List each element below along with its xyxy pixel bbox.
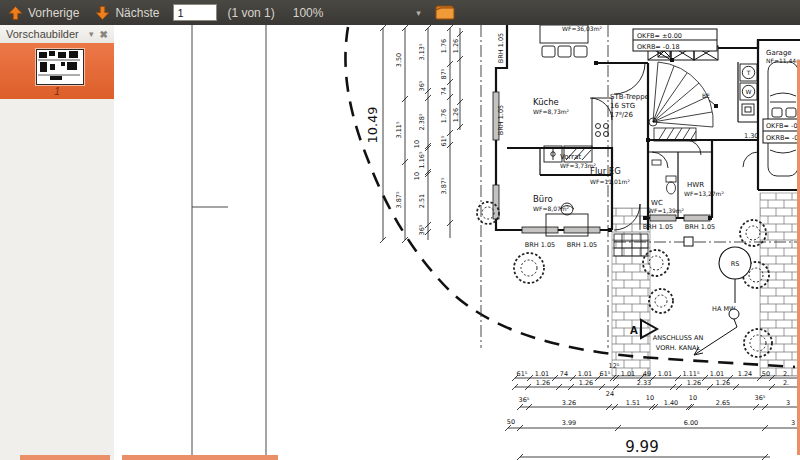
dim-label: 1.01 bbox=[658, 370, 672, 378]
zoom-level-value: 100% bbox=[293, 6, 324, 20]
thumbnails-panel: Vorschaubilder ▾ ✖ 1 bbox=[0, 25, 115, 460]
horizontal-scrollbar-canvas[interactable] bbox=[122, 455, 278, 460]
dim-label: 24 bbox=[606, 390, 614, 398]
room-label-buero: Büro bbox=[533, 194, 553, 204]
dim-label: 61⁵ bbox=[517, 370, 528, 378]
dim-label: 36⁵ bbox=[755, 394, 766, 402]
zoom-level-combobox[interactable]: 100% ▾ bbox=[293, 6, 421, 20]
room-label-flur: Flur EG bbox=[590, 166, 621, 176]
dim-label: 1.01 bbox=[621, 370, 635, 378]
dim-label: 1.01 bbox=[710, 370, 724, 378]
dim-label: 3.87⁵ bbox=[440, 177, 448, 194]
dim-label: 12⁵ bbox=[609, 362, 620, 370]
dim-label: 36⁵ bbox=[418, 80, 426, 91]
next-page-button[interactable]: Nächste bbox=[87, 0, 167, 25]
dim-label: 3.13⁵ bbox=[418, 43, 426, 60]
arrow-up-icon bbox=[8, 5, 23, 21]
anschluss-note-line2: VORH. KANAL bbox=[656, 344, 701, 352]
open-file-button[interactable] bbox=[435, 4, 455, 21]
page-count-label: (1 von 1) bbox=[227, 6, 274, 20]
paving-left bbox=[612, 208, 650, 376]
dim-label: 6.00 bbox=[684, 419, 698, 427]
dim-label: 3.26 bbox=[562, 399, 576, 407]
floor-plan-drawing: T W RS HA MW ANSCHLUSS AN VORH. KANAL A … bbox=[114, 25, 800, 460]
chevron-down-icon: ▾ bbox=[416, 8, 421, 18]
stair-label-line1: STB-Treppe bbox=[610, 93, 649, 101]
brh-label-4: BRH 1.05 bbox=[685, 223, 715, 231]
dim-label: 2. bbox=[783, 370, 789, 378]
dim-label: 1.01 bbox=[578, 370, 592, 378]
brh-label-3: BRH 1.05 bbox=[643, 223, 673, 231]
spiral-stair bbox=[649, 62, 713, 141]
be-label: BE bbox=[702, 92, 710, 99]
arrow-down-icon bbox=[95, 5, 110, 21]
next-page-label: Nächste bbox=[115, 6, 159, 20]
okfb-garage-label: OKFB= -0. bbox=[766, 122, 800, 130]
document-canvas: T W RS HA MW ANSCHLUSS AN VORH. KANAL A … bbox=[114, 25, 800, 460]
dim-label: 3 bbox=[791, 419, 795, 427]
dim-label: 1.40 bbox=[664, 399, 678, 407]
folder-icon bbox=[435, 4, 455, 21]
dim-label: 10 bbox=[689, 394, 697, 402]
dim-label: 10 bbox=[413, 140, 421, 148]
dim-label: 10 bbox=[413, 172, 421, 180]
dim-label: 61⁵ bbox=[600, 370, 611, 378]
anschluss-note-line1: ANSCHLUSS AN bbox=[653, 334, 704, 342]
dim-label: 1.51 bbox=[626, 399, 640, 407]
panel-close-icon[interactable]: ✖ bbox=[100, 29, 108, 40]
thumbnails-panel-header: Vorschaubilder ▾ ✖ bbox=[0, 25, 114, 44]
previous-page-label: Vorherige bbox=[28, 6, 79, 20]
dim-label: 2. bbox=[783, 379, 789, 387]
thumbnails-panel-title: Vorschaubilder bbox=[4, 28, 89, 40]
dim-label: 1.26 bbox=[687, 379, 701, 387]
dim-label: 49 bbox=[643, 370, 651, 378]
app-window: { "toolbar": { "prev": "Vorherige", "nex… bbox=[0, 0, 800, 460]
dim-label: 1.01 bbox=[535, 370, 549, 378]
room-area-garage: NF=11,44m² bbox=[766, 57, 800, 64]
page-thumbnail-item-selected[interactable]: 1 bbox=[0, 43, 114, 99]
panel-dropdown-icon[interactable]: ▾ bbox=[89, 29, 94, 39]
dim-label: 36⁵ bbox=[519, 396, 530, 404]
rs-label: RS bbox=[731, 260, 740, 268]
dim-label: 3 bbox=[786, 399, 790, 407]
dim-label: 1.26 bbox=[579, 379, 593, 387]
dim-label: 2.51 bbox=[418, 194, 426, 208]
dim-total-bottom: 9.99 bbox=[625, 438, 658, 456]
room-area-flur: WF=11,01m² bbox=[590, 178, 630, 185]
dim-label: 3.11⁵ bbox=[395, 121, 403, 138]
dim-label: 2.65 bbox=[716, 399, 730, 407]
dim-label: 74 bbox=[560, 370, 568, 378]
dim-label: 2.33 bbox=[637, 379, 651, 387]
room-area-hwr: WF=13,27m² bbox=[684, 190, 724, 197]
brh-label-2: BRH 1.05 bbox=[567, 241, 597, 249]
room-area-kueche: WF=8,73m² bbox=[533, 108, 570, 115]
okrb-eg-label: OKRB= -0.18 bbox=[637, 43, 680, 51]
room-label-hwr: HWR bbox=[687, 181, 704, 189]
brh-label-6: BRH 1.05 bbox=[497, 33, 505, 63]
dryer-symbol-label: T bbox=[746, 69, 751, 76]
room-label-wc: WC bbox=[651, 199, 663, 207]
stair-label-line3: 17⁸/26 bbox=[610, 111, 634, 119]
page-thumbnail-number: 1 bbox=[0, 85, 114, 97]
dim-label: 1.76 bbox=[440, 109, 448, 123]
page-thumbnail-image bbox=[36, 49, 84, 85]
page-number-input[interactable] bbox=[173, 4, 217, 21]
room-area-wohnen: WF=36,03m² bbox=[562, 25, 602, 32]
dim-label: 50 bbox=[507, 418, 515, 426]
okrb-garage-label: OKRB= -0. bbox=[766, 134, 800, 142]
okfb-eg-label: OKFB= ±0.00 bbox=[637, 32, 682, 40]
dim-label: 3.87⁵ bbox=[395, 191, 403, 208]
dim-total-left: 10.49 bbox=[365, 106, 380, 143]
dim-label: 1.26 bbox=[536, 379, 550, 387]
dim-label: 61⁵ bbox=[440, 135, 448, 146]
dim-label: 74 bbox=[440, 87, 448, 95]
dim-label: 50 bbox=[762, 370, 770, 378]
previous-page-button[interactable]: Vorherige bbox=[0, 0, 87, 25]
dim-label: 87⁵ bbox=[440, 68, 448, 79]
dim-label: 1.11⁵ bbox=[682, 370, 699, 378]
thumbnail-miniplan bbox=[37, 50, 81, 82]
dim-label: 10 bbox=[646, 394, 654, 402]
dim-label: 1.26 bbox=[452, 39, 460, 53]
horizontal-scrollbar-sidebar[interactable] bbox=[20, 455, 110, 460]
room-label-kueche: Küche bbox=[533, 97, 559, 107]
